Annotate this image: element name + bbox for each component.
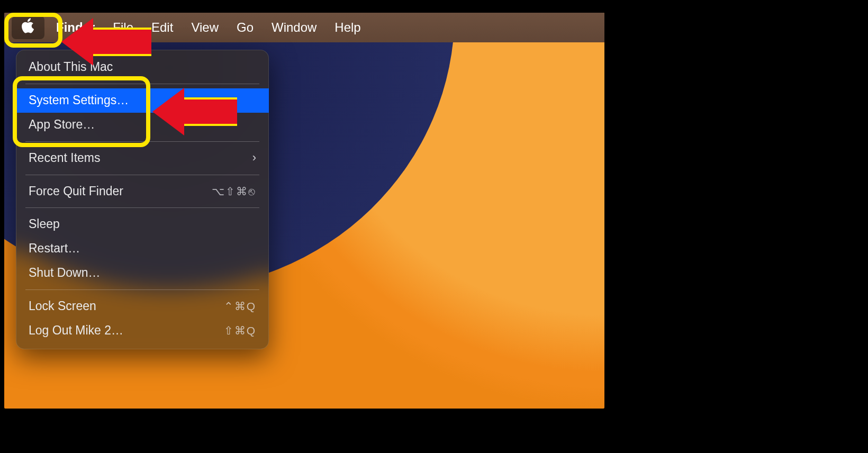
menubar-item-help[interactable]: Help <box>327 17 368 38</box>
menu-item-force-quit[interactable]: Force Quit Finder ⌥⇧⌘⎋ <box>16 179 269 204</box>
menu-item-label: About This Mac <box>29 59 113 75</box>
menu-separator <box>25 289 259 290</box>
menubar-app-name[interactable]: Finder <box>49 17 102 38</box>
menu-item-label: Force Quit Finder <box>29 184 123 200</box>
menu-separator <box>25 84 259 84</box>
menu-item-label: Recent Items <box>29 150 101 166</box>
menu-item-label: System Settings… <box>29 93 129 108</box>
menu-separator <box>25 175 259 175</box>
menubar-item-edit[interactable]: Edit <box>144 17 180 38</box>
menu-separator <box>25 141 259 142</box>
menu-item-log-out[interactable]: Log Out Mike 2… ⇧⌘Q <box>16 319 269 343</box>
menubar-item-go[interactable]: Go <box>229 17 261 38</box>
chevron-right-icon: › <box>252 150 256 166</box>
menu-item-recent-items[interactable]: Recent Items › <box>16 146 269 170</box>
keyboard-shortcut: ⇧⌘Q <box>224 323 256 338</box>
apple-logo-icon <box>21 18 35 37</box>
menu-item-label: Shut Down… <box>29 265 101 281</box>
menu-item-lock-screen[interactable]: Lock Screen ⌃⌘Q <box>16 294 269 319</box>
menu-item-restart[interactable]: Restart… <box>16 237 269 261</box>
apple-menu-button[interactable] <box>12 16 44 39</box>
menubar-item-view[interactable]: View <box>184 17 226 38</box>
screenshot-stage: Finder File Edit View Go Window Help Abo… <box>4 13 604 409</box>
menu-item-shut-down[interactable]: Shut Down… <box>16 261 269 285</box>
keyboard-shortcut: ⌃⌘Q <box>224 299 256 313</box>
menu-item-system-settings[interactable]: System Settings… <box>16 88 269 113</box>
menu-bar: Finder File Edit View Go Window Help <box>4 13 604 42</box>
menu-item-label: Restart… <box>29 241 80 257</box>
apple-menu-dropdown: About This Mac System Settings… App Stor… <box>16 50 269 349</box>
menu-item-label: Sleep <box>29 216 60 232</box>
menu-item-app-store[interactable]: App Store… <box>16 113 269 137</box>
keyboard-shortcut: ⌥⇧⌘⎋ <box>212 184 256 198</box>
menu-item-label: Lock Screen <box>29 298 96 314</box>
menu-separator <box>25 207 259 208</box>
menu-item-sleep[interactable]: Sleep <box>16 212 269 237</box>
menu-item-about-this-mac[interactable]: About This Mac <box>16 55 269 79</box>
menu-item-label: Log Out Mike 2… <box>29 323 123 339</box>
menubar-item-file[interactable]: File <box>105 17 141 38</box>
menu-item-label: App Store… <box>29 117 95 133</box>
menubar-item-window[interactable]: Window <box>264 17 324 38</box>
